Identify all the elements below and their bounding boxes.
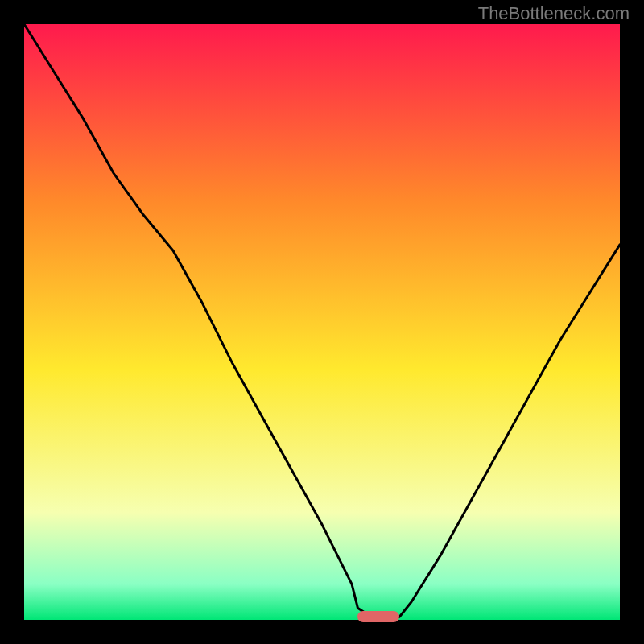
chart-svg — [24, 24, 620, 620]
gradient-background — [24, 24, 620, 620]
optimal-range-marker — [357, 611, 399, 622]
watermark-text: TheBottleneck.com — [478, 3, 630, 24]
chart-plot-area — [24, 24, 620, 620]
